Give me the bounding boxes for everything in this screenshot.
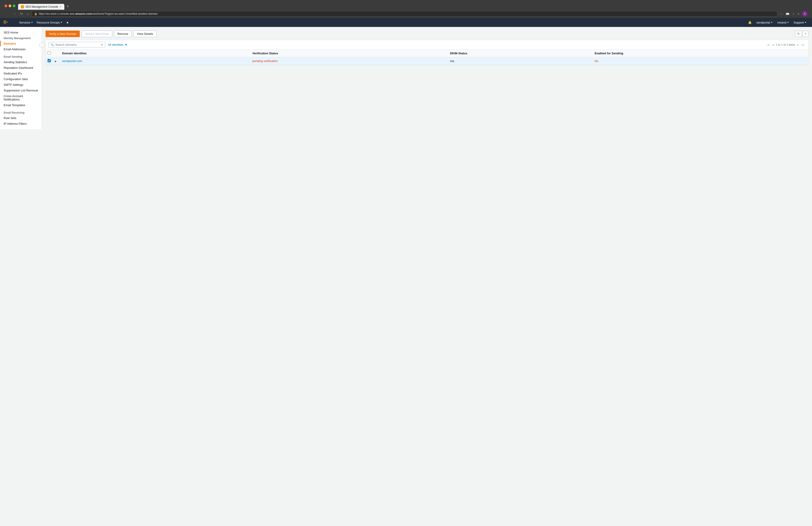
- sidebar-item-sending-statistics[interactable]: Sending Statistics: [0, 59, 42, 65]
- close-window-button[interactable]: [4, 4, 7, 7]
- domain-identities-header: Domain Identities: [59, 49, 250, 57]
- search-icon: 🔍: [50, 43, 54, 46]
- row-checkbox-cell: [46, 57, 53, 65]
- sidebar-item-ip-address-filters[interactable]: IP Address Filters: [0, 121, 42, 126]
- prev-page-button[interactable]: ◀: [771, 43, 775, 47]
- region-caret-icon: ▼: [787, 21, 789, 24]
- lock-icon: 🔒: [34, 13, 38, 15]
- services-caret-icon: ▼: [31, 21, 33, 24]
- tab-title: SES Management Console: [25, 5, 58, 9]
- all-identities-dropdown[interactable]: All identities ▼: [108, 43, 127, 46]
- aws-logo[interactable]: aws: [4, 20, 13, 25]
- search-input[interactable]: [55, 43, 100, 46]
- url-text: https://eu-west-1.console.aws.amazon.com…: [39, 12, 158, 15]
- region-menu[interactable]: Ireland ▼: [775, 18, 791, 27]
- sidebar-item-reputation-dashboard[interactable]: Reputation Dashboard: [0, 65, 42, 71]
- support-caret-icon: ▼: [804, 21, 807, 24]
- user-avatar: S: [802, 11, 808, 16]
- verification-status-cell: pending verification: [250, 57, 447, 65]
- reader-mode-button[interactable]: 📖: [785, 12, 790, 16]
- bell-icon: 🔔: [748, 21, 752, 24]
- domains-table-container: 🔍 ✕ All identities ▼ |◀ ◀ 1 to 1 of 1 it…: [45, 40, 808, 65]
- row-expand-button[interactable]: ▶: [54, 60, 57, 63]
- sidebar-section-identity-management: Identity Management: [0, 35, 42, 41]
- account-menu[interactable]: sendportal ▼: [754, 18, 774, 27]
- notifications-button[interactable]: 🔔: [746, 18, 754, 27]
- domain-link[interactable]: sendportal.com: [62, 59, 82, 63]
- first-page-button[interactable]: |◀: [766, 43, 770, 47]
- dropdown-caret-icon: ▼: [125, 43, 127, 46]
- sidebar-item-ses-home[interactable]: SES Home: [0, 30, 42, 35]
- maximize-window-button[interactable]: [13, 4, 15, 7]
- row-checkbox[interactable]: [47, 59, 51, 62]
- select-all-header: [46, 49, 53, 57]
- search-clear-button[interactable]: ✕: [101, 43, 103, 46]
- remove-button[interactable]: Remove: [114, 31, 132, 37]
- account-caret-icon: ▼: [771, 21, 773, 24]
- resource-groups-menu[interactable]: Resource Groups ▼: [35, 18, 64, 27]
- sidebar-item-email-addresses[interactable]: Email Addresses: [0, 46, 42, 52]
- refresh-table-button[interactable]: ↻: [795, 31, 802, 37]
- sidebar-item-suppression-list[interactable]: Suppression List Removal: [0, 88, 42, 93]
- row-expand-cell: ▶: [53, 57, 59, 65]
- sidebar-item-domains[interactable]: Domains: [0, 41, 42, 46]
- active-browser-tab[interactable]: SES Management Console ✕: [18, 4, 64, 10]
- sidebar-item-configuration-sets[interactable]: Configuration Sets: [0, 76, 42, 82]
- domain-identity-cell: sendportal.com: [59, 57, 250, 65]
- enabled-for-sending-value: No: [594, 59, 598, 63]
- new-tab-button[interactable]: +: [65, 3, 71, 10]
- minimize-window-button[interactable]: [9, 4, 11, 7]
- tab-favicon: [21, 5, 24, 9]
- refresh-icon: ↻: [797, 32, 800, 35]
- services-menu[interactable]: Services ▼: [17, 18, 35, 27]
- action-toolbar: Verify a New Domain Send a Test Email Re…: [45, 31, 808, 37]
- help-icon: ?: [805, 32, 806, 35]
- verification-status-badge: pending verification: [252, 59, 278, 63]
- sidebar-item-smtp-settings[interactable]: SMTP Settings: [0, 82, 42, 88]
- star-icon: ★: [66, 21, 69, 24]
- domains-table: Domain Identities Verification Status DK…: [46, 49, 808, 65]
- sidebar-item-email-templates[interactable]: Email Templates: [0, 102, 42, 108]
- refresh-button[interactable]: ↻: [19, 12, 24, 16]
- sidebar-section-email-sending: Email Sending: [0, 54, 42, 59]
- dkim-status-header: DKIM Status: [447, 49, 592, 57]
- sidebar-item-cross-account[interactable]: Cross-Account Notifications: [0, 93, 42, 102]
- next-page-button[interactable]: ▶: [796, 43, 800, 47]
- verify-domain-button[interactable]: Verify a New Domain: [45, 31, 80, 37]
- pagination-info: 1 to 1 of 1 items: [776, 43, 795, 46]
- sidebar-item-rule-sets[interactable]: Rule Sets: [0, 115, 42, 121]
- sidebar: SES Home Identity Management Domains Ema…: [0, 27, 42, 129]
- breadcrumb-star[interactable]: ★: [64, 18, 71, 27]
- help-button[interactable]: ?: [803, 31, 808, 37]
- sidebar-collapse-button[interactable]: ‹: [40, 43, 44, 47]
- last-page-button[interactable]: ▶|: [801, 43, 806, 47]
- table-filter-bar: 🔍 ✕ All identities ▼ |◀ ◀ 1 to 1 of 1 it…: [46, 40, 808, 49]
- view-details-button[interactable]: View Details: [133, 31, 156, 37]
- select-all-checkbox[interactable]: [47, 51, 51, 55]
- svg-text:aws: aws: [4, 21, 8, 23]
- dkim-status-cell: n/a: [447, 57, 592, 65]
- enabled-for-sending-header: Enabled for Sending: [592, 49, 808, 57]
- main-content: Verify a New Domain Send a Test Email Re…: [42, 27, 812, 526]
- tab-close-button[interactable]: ✕: [60, 5, 62, 9]
- sidebar-section-email-receiving: Email Receiving: [0, 110, 42, 115]
- url-bar[interactable]: 🔒 https://eu-west-1.console.aws.amazon.c…: [32, 11, 777, 16]
- expand-header: [53, 49, 59, 57]
- verification-status-header: Verification Status: [250, 49, 447, 57]
- forward-button[interactable]: →: [12, 12, 17, 16]
- send-test-email-button[interactable]: Send a Test Email: [82, 31, 112, 37]
- more-options-button[interactable]: ≡: [797, 12, 800, 16]
- extensions-button[interactable]: ⋯: [779, 12, 784, 16]
- dkim-status-value: n/a: [450, 59, 454, 63]
- aws-top-nav: aws Services ▼ Resource Groups ▼ ★ 🔔 sen…: [0, 18, 812, 27]
- back-button[interactable]: ←: [4, 12, 10, 16]
- search-box[interactable]: 🔍 ✕: [48, 42, 105, 47]
- bookmark-button[interactable]: ☆: [791, 12, 796, 16]
- resource-groups-caret-icon: ▼: [60, 21, 62, 24]
- enabled-for-sending-cell: No: [592, 57, 808, 65]
- home-button[interactable]: ⌂: [26, 12, 30, 16]
- table-row[interactable]: ▶ sendportal.com pending verification n/…: [46, 57, 808, 65]
- support-menu[interactable]: Support ▼: [792, 18, 808, 27]
- sidebar-item-dedicated-ips[interactable]: Dedicated IPs: [0, 71, 42, 76]
